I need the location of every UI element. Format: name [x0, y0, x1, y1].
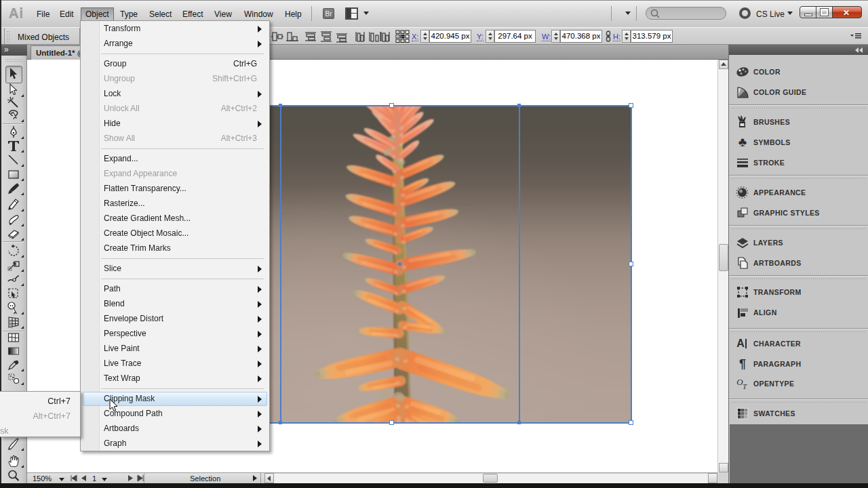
- svg-text:♣: ♣: [738, 135, 747, 149]
- svg-text:T: T: [743, 382, 747, 390]
- svg-text:A: A: [736, 338, 745, 349]
- svg-text:¶: ¶: [739, 357, 746, 371]
